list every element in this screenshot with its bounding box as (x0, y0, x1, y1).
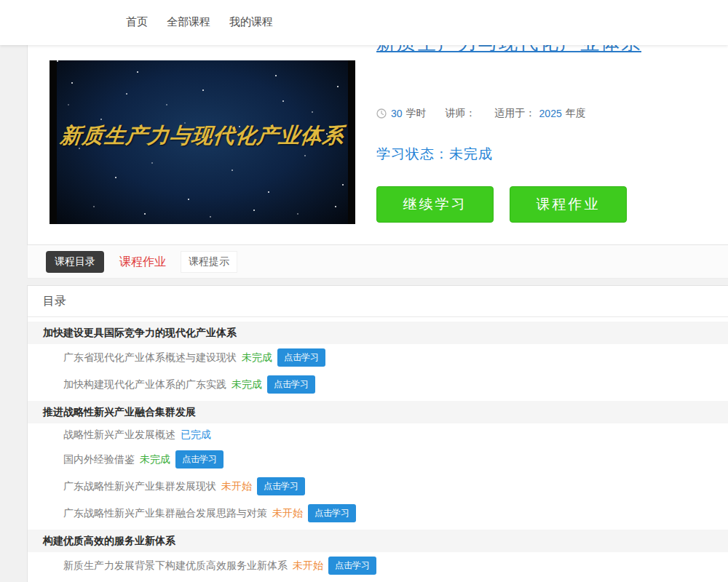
learning-status-row: 学习状态：未完成 (376, 145, 493, 164)
tab-course-catalog[interactable]: 课程目录 (46, 251, 104, 273)
course-hours-unit: 学时 (406, 107, 427, 120)
action-buttons-row: 继续学习 课程作业 (376, 186, 627, 223)
lesson-row: 国内外经验借鉴未完成点击学习 (28, 446, 728, 473)
catalog-list: 加快建设更具国际竞争力的现代化产业体系广东省现代化产业体系概述与建设现状未完成点… (28, 317, 728, 582)
lesson-status: 未完成 (140, 453, 170, 466)
lesson-status: 未完成 (242, 351, 272, 364)
click-to-learn-button[interactable]: 点击学习 (328, 557, 376, 575)
applicable-year-value: 2025 (539, 108, 562, 119)
nav-item-all-courses[interactable]: 全部课程 (167, 15, 210, 29)
top-header: 首页 全部课程 我的课程 (0, 0, 728, 45)
click-to-learn-button[interactable]: 点击学习 (308, 504, 356, 522)
continue-learning-button[interactable]: 继续学习 (376, 186, 494, 223)
lesson-row: 新质生产力发展背景下构建优质高效服务业新体系未开始点击学习 (28, 552, 728, 579)
lesson-title[interactable]: 加快构建现代化产业体系的广东实践 (63, 378, 226, 391)
lesson-status: 未开始 (221, 479, 252, 493)
tab-course-homework[interactable]: 课程作业 (114, 251, 172, 273)
course-hours-value: 30 (391, 108, 403, 119)
lesson-row: 服务业发展趋势与国内外经验借鉴未开始点击学习 (28, 579, 728, 582)
course-meta-row: 30 学时 讲师： 适用于： 2025 年度 (376, 107, 586, 120)
lesson-title[interactable]: 广东省现代化产业体系概述与建设现状 (63, 351, 237, 364)
click-to-learn-button[interactable]: 点击学习 (267, 375, 315, 394)
starfield-decoration (57, 60, 58, 62)
chapter-title: 推进战略性新兴产业融合集群发展 (28, 401, 728, 423)
learning-status-value: 未完成 (449, 146, 493, 162)
lesson-status: 已完成 (181, 428, 211, 442)
learning-status-label: 学习状态： (376, 146, 449, 162)
click-to-learn-button[interactable]: 点击学习 (257, 477, 305, 495)
lesson-title[interactable]: 广东战略性新兴产业集群融合发展思路与对策 (63, 506, 267, 520)
page-content: 新质生产力与现代化产业体系 新质生产力与现代化产业体系 30 学时 讲师： 适用… (27, 29, 728, 582)
course-summary-card: 新质生产力与现代化产业体系 新质生产力与现代化产业体系 30 学时 讲师： 适用… (27, 29, 728, 245)
lesson-row: 广东战略性新兴产业集群发展现状未开始点击学习 (28, 473, 728, 500)
cover-title-text: 新质生产力与现代化产业体系 (55, 121, 349, 151)
chapter-title: 构建优质高效的服务业新体系 (28, 530, 728, 552)
course-catalog-card: 目录 加快建设更具国际竞争力的现代化产业体系广东省现代化产业体系概述与建设现状未… (27, 285, 728, 582)
lesson-title[interactable]: 国内外经验借鉴 (63, 453, 135, 466)
click-to-learn-button[interactable]: 点击学习 (175, 450, 223, 469)
course-homework-button[interactable]: 课程作业 (510, 186, 627, 223)
click-to-learn-button[interactable]: 点击学习 (277, 348, 325, 367)
nav-item-home[interactable]: 首页 (126, 15, 148, 29)
clock-icon (376, 108, 387, 119)
instructor-label: 讲师： (446, 107, 476, 120)
lesson-status: 未开始 (293, 559, 323, 573)
lesson-row: 加快构建现代化产业体系的广东实践未完成点击学习 (28, 371, 728, 398)
lesson-row: 战略性新兴产业发展概述已完成 (28, 423, 728, 446)
lesson-status: 未开始 (272, 506, 303, 520)
nav-item-my-courses[interactable]: 我的课程 (229, 15, 273, 29)
applicable-year-unit: 年度 (566, 107, 586, 120)
catalog-title: 目录 (28, 286, 728, 317)
lesson-title[interactable]: 广东战略性新兴产业集群发展现状 (63, 479, 216, 493)
course-cover-image[interactable]: 新质生产力与现代化产业体系 (50, 60, 355, 224)
lesson-title[interactable]: 新质生产力发展背景下构建优质高效服务业新体系 (63, 559, 288, 573)
lesson-row: 广东省现代化产业体系概述与建设现状未完成点击学习 (28, 344, 728, 371)
main-nav: 首页 全部课程 我的课程 (0, 0, 728, 29)
chapter-title: 加快建设更具国际竞争力的现代化产业体系 (28, 322, 728, 344)
course-tabs-band: 课程目录 课程作业 课程提示 (27, 245, 728, 279)
lesson-row: 广东战略性新兴产业集群融合发展思路与对策未开始点击学习 (28, 500, 728, 527)
tab-course-tips[interactable]: 课程提示 (181, 251, 237, 273)
lesson-title[interactable]: 战略性新兴产业发展概述 (63, 428, 175, 442)
lesson-status: 未完成 (232, 378, 262, 391)
applicable-label: 适用于： (495, 107, 536, 120)
